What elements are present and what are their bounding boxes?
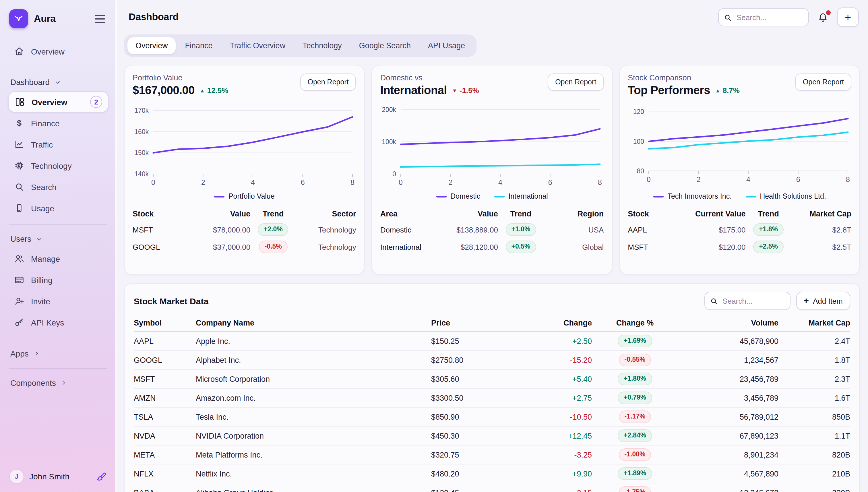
card-delta: ▲8.7% bbox=[715, 86, 740, 95]
market-cell: -1.75% bbox=[592, 484, 678, 492]
tab-overview[interactable]: Overview bbox=[127, 37, 176, 54]
market-cell: 45,678,900 bbox=[678, 332, 778, 351]
market-cell: $305.60 bbox=[431, 370, 517, 389]
card-table-cell: Domestic bbox=[380, 221, 426, 238]
sidebar-item-billing[interactable]: Billing bbox=[8, 269, 108, 291]
svg-text:100k: 100k bbox=[382, 138, 396, 146]
legend-swatch bbox=[436, 195, 446, 197]
market-cell: $120.45 bbox=[431, 484, 517, 492]
svg-text:6: 6 bbox=[796, 175, 800, 183]
search-icon bbox=[723, 13, 732, 22]
card-label: Portfolio Value bbox=[132, 73, 228, 82]
market-cell: -1.17% bbox=[592, 408, 678, 426]
sidebar-item-label: Technology bbox=[31, 161, 103, 170]
card-table-cell: Technology bbox=[296, 221, 356, 238]
sidebar-item-search[interactable]: Search bbox=[8, 176, 108, 197]
market-cell: NVIDIA Corporation bbox=[196, 426, 431, 445]
card-table-cell: $175.00 bbox=[673, 221, 745, 238]
sidebar-item-overview[interactable]: Overview2 bbox=[8, 91, 108, 113]
grid-icon bbox=[14, 96, 25, 107]
card-head-left: Stock ComparisonTop Performers▲8.7% bbox=[628, 73, 740, 97]
svg-text:2: 2 bbox=[696, 175, 700, 183]
legend-label: Portfolio Value bbox=[228, 192, 275, 200]
dollar-icon: $ bbox=[14, 118, 25, 129]
add-item-button[interactable]: + Add Item bbox=[796, 292, 850, 310]
main-content: Dashboard + OverviewFinanceTraffic Overv… bbox=[117, 0, 868, 492]
market-table: SymbolCompany NamePriceChangeChange %Vol… bbox=[134, 315, 850, 492]
svg-text:4: 4 bbox=[746, 175, 750, 183]
delta-down-icon: ▼ bbox=[452, 88, 457, 93]
card-value: International bbox=[380, 84, 447, 97]
tab-api-usage[interactable]: API Usage bbox=[420, 37, 473, 54]
card-table-header: Value bbox=[426, 206, 498, 221]
market-cell: Microsoft Corporation bbox=[196, 370, 431, 389]
legend-label: International bbox=[509, 192, 548, 200]
tab-technology[interactable]: Technology bbox=[295, 37, 350, 54]
market-cell: 4,567,890 bbox=[678, 464, 778, 484]
market-cell: $850.90 bbox=[431, 408, 517, 426]
legend-label: Domestic bbox=[450, 192, 480, 200]
section-label-dashboard[interactable]: Dashboard bbox=[8, 74, 108, 91]
sidebar-item-label: Finance bbox=[31, 119, 103, 128]
svg-text:2: 2 bbox=[449, 178, 453, 186]
svg-text:0: 0 bbox=[646, 175, 650, 183]
sidebar-item-manage[interactable]: Manage bbox=[8, 248, 108, 269]
card-head: Portfolio Value$167,000.00▲12.5%Open Rep… bbox=[132, 73, 356, 97]
open-report-button[interactable]: Open Report bbox=[548, 73, 604, 91]
market-cell: MSFT bbox=[134, 370, 196, 389]
item-badge: 2 bbox=[90, 96, 102, 108]
sidebar-item-finance[interactable]: $Finance bbox=[8, 113, 108, 134]
card-table-cell: +0.5% bbox=[498, 238, 544, 255]
divider bbox=[9, 68, 107, 68]
sidebar-item-technology[interactable]: Technology bbox=[8, 155, 108, 176]
sidebar-item-usage[interactable]: Usage bbox=[8, 197, 108, 219]
create-new-button[interactable]: + bbox=[837, 7, 859, 27]
chip-icon bbox=[14, 160, 25, 171]
sidebar-link-components[interactable]: Components bbox=[8, 374, 108, 392]
change-pct-pill: +1.89% bbox=[618, 467, 652, 480]
market-cell: NFLX bbox=[134, 464, 196, 484]
legend-swatch bbox=[653, 195, 663, 197]
market-column-header: Company Name bbox=[196, 315, 431, 332]
svg-text:170k: 170k bbox=[134, 107, 149, 114]
market-cell: AMZN bbox=[134, 389, 196, 408]
sidebar-collapse-button[interactable] bbox=[93, 13, 107, 25]
svg-text:4: 4 bbox=[251, 178, 255, 186]
legend-label: Tech Innovators Inc. bbox=[667, 192, 731, 200]
card-label: Stock Comparison bbox=[628, 73, 740, 82]
user-profile[interactable]: J John Smith bbox=[8, 466, 108, 484]
sidebar-item-label: Usage bbox=[31, 203, 103, 213]
card-chart: 8010012002468 bbox=[628, 102, 851, 191]
theme-brush-icon[interactable] bbox=[96, 471, 107, 482]
card-label: Domestic vs bbox=[380, 73, 479, 82]
sidebar-link-apps[interactable]: Apps bbox=[8, 345, 108, 362]
sidebar: Aura OverviewDashboardOverview2$FinanceT… bbox=[0, 0, 117, 492]
card-value-row: International▼-1.5% bbox=[380, 84, 479, 97]
svg-text:0: 0 bbox=[393, 170, 396, 178]
svg-text:120: 120 bbox=[633, 108, 644, 115]
market-cell: Meta Platforms Inc. bbox=[196, 445, 431, 464]
card-table-header: Trend bbox=[498, 206, 544, 221]
sidebar-item-traffic[interactable]: Traffic bbox=[8, 134, 108, 155]
page-header: Dashboard + bbox=[124, 6, 860, 29]
market-cell: NVDA bbox=[134, 426, 196, 445]
stock-market-card: Stock Market Data + Add Item SymbolCompa… bbox=[124, 283, 860, 492]
tab-finance[interactable]: Finance bbox=[177, 37, 221, 54]
card-table-cell: $37,000.00 bbox=[178, 238, 250, 255]
brand-name: Aura bbox=[34, 13, 87, 24]
sidebar-item-overview[interactable]: Overview bbox=[8, 41, 108, 62]
card-table-header: Area bbox=[380, 206, 426, 221]
legend-swatch bbox=[745, 195, 756, 197]
sidebar-nav: OverviewDashboardOverview2$FinanceTraffi… bbox=[8, 41, 108, 466]
section-label-users[interactable]: Users bbox=[8, 231, 108, 248]
notifications-button[interactable] bbox=[816, 10, 830, 24]
change-pct-pill: +2.84% bbox=[618, 429, 652, 442]
svg-text:$: $ bbox=[17, 118, 22, 127]
open-report-button[interactable]: Open Report bbox=[795, 73, 851, 91]
sidebar-item-api-keys[interactable]: API Keys bbox=[8, 312, 108, 333]
tab-traffic-overview[interactable]: Traffic Overview bbox=[222, 37, 294, 54]
market-cell: $150.25 bbox=[431, 332, 517, 351]
sidebar-item-invite[interactable]: Invite bbox=[8, 291, 108, 312]
open-report-button[interactable]: Open Report bbox=[300, 73, 356, 91]
tab-google-search[interactable]: Google Search bbox=[351, 37, 419, 54]
